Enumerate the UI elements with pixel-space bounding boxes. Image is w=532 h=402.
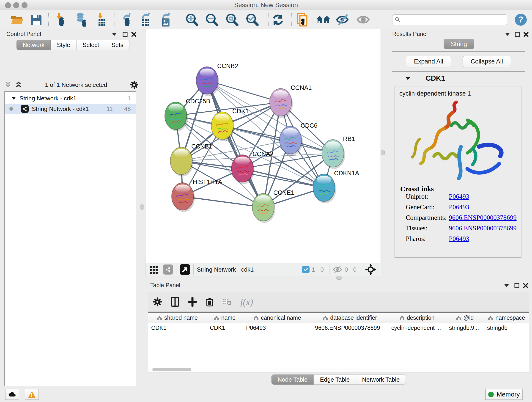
node-CDC25B[interactable]: CDC25B	[165, 98, 210, 131]
tab-sets[interactable]: Sets	[105, 40, 129, 50]
show-columns-icon[interactable]	[171, 297, 179, 307]
node-CCNB2[interactable]: CCNB2	[196, 63, 238, 96]
cell-name[interactable]: CDK1	[207, 323, 243, 333]
tab-string[interactable]: String	[444, 39, 474, 49]
edge-CCNB2-CCNE1[interactable]	[207, 80, 263, 207]
apply-layout-button[interactable]	[270, 12, 285, 27]
birds-eye-toggle-icon[interactable]	[365, 264, 376, 275]
node-table[interactable]: shared nameCDK1nameCDK1canonical nameP06…	[148, 312, 529, 367]
network-canvas[interactable]: CCNB2CCNA1CDC25BCDK1CDC6RB1CCNB1CCNA2CDK…	[146, 29, 380, 263]
warnings-button[interactable]	[25, 389, 39, 400]
left-splitter-handle[interactable]	[140, 204, 144, 210]
tab-network-table[interactable]: Network Table	[356, 375, 406, 385]
memory-button[interactable]: Memory	[485, 389, 523, 400]
collection-expand-icon[interactable]	[11, 96, 16, 100]
crosslink-link[interactable]: P06493	[449, 235, 469, 242]
tab-network[interactable]: Network	[17, 40, 51, 50]
zoom-out-button[interactable]	[204, 12, 220, 27]
close-panel-icon[interactable]	[523, 32, 531, 38]
collapse-all-networks-icon[interactable]	[5, 81, 12, 88]
table-settings-gear-icon[interactable]	[153, 297, 162, 306]
panel-menu-icon[interactable]	[505, 32, 512, 39]
network-row-selected[interactable]: String Network - cdk1 11 48	[5, 104, 136, 114]
close-panel-icon[interactable]	[523, 283, 531, 290]
cell-namespace[interactable]: stringdb	[484, 323, 529, 333]
gene-section-header[interactable]: CDK1	[392, 72, 525, 85]
hide-selected-button[interactable]	[336, 12, 351, 27]
node-HIST1H1A[interactable]: HIST1H1A	[172, 179, 222, 212]
search-input[interactable]	[403, 15, 507, 24]
table-hscrollbar[interactable]	[148, 367, 530, 373]
section-collapse-icon[interactable]	[405, 77, 411, 80]
tab-select[interactable]: Select	[76, 40, 105, 50]
show-all-button[interactable]	[355, 12, 371, 27]
node-CCNE1[interactable]: CCNE1	[252, 189, 294, 223]
network-options-gear-icon[interactable]	[130, 81, 138, 89]
delete-column-icon[interactable]	[206, 297, 214, 307]
float-panel-icon[interactable]	[515, 32, 522, 38]
node-CDC6[interactable]: CDC6	[279, 122, 317, 156]
float-panel-icon[interactable]	[122, 32, 130, 38]
column-header-description[interactable]: description	[388, 313, 446, 323]
crosslink-link[interactable]: 9606.ENSP00000378699	[449, 224, 517, 232]
node-label-CDKN1A: CDKN1A	[334, 170, 359, 177]
close-panel-icon[interactable]	[131, 32, 139, 38]
hidden-eye-icon[interactable]	[333, 266, 342, 274]
node-RB1[interactable]: RB1	[322, 135, 355, 169]
panel-menu-icon[interactable]	[504, 283, 511, 290]
selected-count: 1 - 0	[312, 266, 324, 273]
cell-id[interactable]: stringdb:9...	[446, 323, 484, 333]
string-view-icon[interactable]	[163, 264, 173, 274]
zoom-fit-button[interactable]	[225, 12, 240, 27]
export-image-button[interactable]	[158, 12, 173, 27]
zoom-in-button[interactable]	[184, 12, 200, 27]
new-network-from-selection-button[interactable]	[295, 12, 310, 27]
import-network-file-button[interactable]	[53, 12, 68, 27]
tab-edge-table[interactable]: Edge Table	[314, 375, 356, 385]
cell-canonicalname[interactable]: P06493	[243, 323, 312, 333]
import-network-database-button[interactable]	[73, 12, 88, 27]
open-session-button[interactable]	[10, 12, 25, 27]
crosslinks-section: CrossLinks Uniprot:P06493GeneCard:P06493…	[400, 185, 434, 245]
cell-databaseidentifier[interactable]: 9606.ENSP00000378699	[312, 323, 388, 333]
table-hscrollbar-thumb[interactable]	[152, 368, 191, 371]
network-collection-row[interactable]: String Network - cdk1 1	[5, 93, 136, 104]
crosslink-link[interactable]: P06493	[449, 203, 469, 211]
search-field[interactable]	[392, 14, 507, 25]
first-neighbors-button[interactable]	[316, 12, 331, 27]
detach-view-icon[interactable]	[180, 264, 190, 275]
create-column-icon[interactable]	[188, 297, 197, 307]
column-header-databaseidentifier[interactable]: database identifier	[312, 313, 388, 323]
panel-menu-icon[interactable]	[111, 32, 119, 39]
cell-description[interactable]: cyclin-dependent ...	[388, 323, 446, 333]
collapse-all-button[interactable]: Collapse All	[462, 56, 511, 67]
edge-CCNA2-CDKN1A[interactable]	[242, 168, 324, 188]
bottom-splitter-handle[interactable]	[336, 276, 342, 280]
save-session-button[interactable]	[29, 12, 44, 27]
hidden-count: 0 - 0	[345, 266, 356, 273]
float-panel-icon[interactable]	[514, 283, 522, 290]
column-header-id[interactable]: @id	[446, 313, 484, 323]
column-header-namespace[interactable]: namespace	[484, 313, 529, 323]
tab-node-table[interactable]: Node Table	[272, 375, 314, 385]
export-table-button[interactable]	[138, 12, 153, 27]
grid-view-icon[interactable]	[149, 265, 158, 274]
expand-all-button[interactable]: Expand All	[406, 56, 451, 67]
tab-style[interactable]: Style	[51, 40, 76, 50]
import-table-file-button[interactable]	[94, 12, 109, 27]
selected-checkbox-icon[interactable]	[302, 266, 310, 273]
export-network-button[interactable]	[119, 12, 134, 27]
crosslink-link[interactable]: P06493	[449, 193, 469, 200]
zoom-selected-button[interactable]	[245, 12, 260, 27]
node-CCNA1[interactable]: CCNA1	[270, 84, 312, 118]
crosslink-link[interactable]: 9606.ENSP00000378699	[449, 214, 517, 221]
node-CDKN1A[interactable]: CDKN1A	[313, 170, 359, 203]
expand-all-networks-icon[interactable]	[15, 81, 22, 88]
right-splitter-handle[interactable]	[381, 150, 385, 155]
column-header-sharedname[interactable]: shared name	[148, 313, 207, 323]
help-button[interactable]: ?	[513, 12, 528, 27]
cloud-status-button[interactable]	[5, 389, 19, 400]
column-header-canonicalname[interactable]: canonical name	[243, 313, 312, 323]
column-header-name[interactable]: name	[207, 313, 243, 323]
cell-sharedname[interactable]: CDK1	[148, 323, 207, 333]
